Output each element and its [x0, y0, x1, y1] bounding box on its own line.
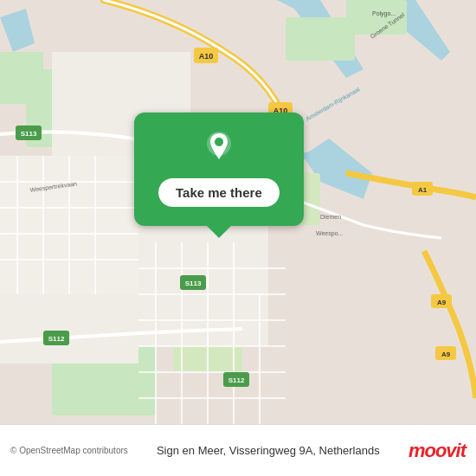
svg-rect-8: [286, 17, 355, 61]
map-popup[interactable]: Take me there: [134, 113, 304, 226]
svg-text:Weespo...: Weespo...: [316, 230, 343, 237]
moovit-brand: moovit: [408, 440, 466, 462]
svg-text:A1: A1: [418, 186, 428, 194]
svg-text:S112: S112: [48, 335, 65, 343]
svg-text:S112: S112: [228, 376, 245, 384]
svg-text:S113: S113: [185, 280, 202, 287]
svg-text:A10: A10: [199, 52, 214, 61]
svg-text:A9: A9: [441, 351, 451, 358]
svg-text:Diemen: Diemen: [320, 214, 341, 220]
popup-bubble[interactable]: Take me there: [134, 113, 304, 226]
svg-rect-17: [0, 294, 138, 363]
svg-text:A9: A9: [437, 299, 447, 306]
svg-text:S113: S113: [21, 130, 37, 138]
moovit-logo-text: moovit: [408, 440, 466, 462]
svg-point-62: [215, 138, 223, 146]
take-me-there-button[interactable]: Take me there: [158, 178, 280, 207]
location-pin-icon: [200, 128, 238, 166]
osm-credit: © OpenStreetMap contributors: [10, 446, 128, 455]
location-address: Sign en Meer, Visseringweg 9A, Netherlan…: [157, 444, 380, 457]
footer-left: © OpenStreetMap contributors: [10, 446, 128, 455]
footer-bar: © OpenStreetMap contributors Sign en Mee…: [0, 424, 476, 476]
svg-text:Polygo...: Polygo...: [372, 10, 396, 17]
map-view[interactable]: A10 A10 S113 S112 S113 S112 A1 A9 A9 Wee…: [0, 0, 476, 424]
svg-rect-7: [0, 52, 43, 104]
